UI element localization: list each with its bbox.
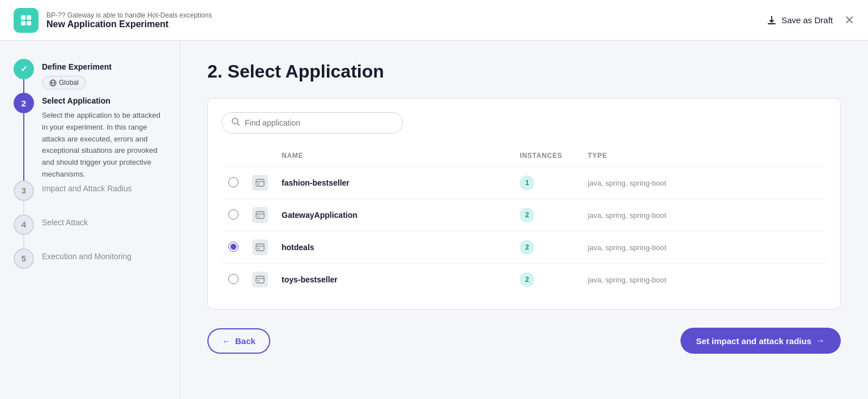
step-5-content: Execution and Monitoring xyxy=(42,248,166,269)
step-5-left: 5 xyxy=(14,248,34,269)
row-name: toys-bestseller xyxy=(282,275,338,284)
app-row-icon xyxy=(252,207,268,223)
app-icon xyxy=(14,8,39,33)
svg-rect-15 xyxy=(256,244,264,251)
step-2-description: Select the application to be attacked in… xyxy=(42,110,166,181)
save-draft-label: Save as Draft xyxy=(781,15,833,25)
step-2-number: 2 xyxy=(14,93,34,113)
header-subtitle: BP-?? Gateway is able to handle Hot-Deal… xyxy=(46,11,212,19)
step-5-number: 5 xyxy=(14,248,34,269)
page-title: 2. Select Application xyxy=(207,61,841,82)
back-button[interactable]: ← Back xyxy=(207,328,270,354)
global-badge: Global xyxy=(42,76,86,89)
next-label: Set impact and attack radius xyxy=(696,336,811,346)
table-row[interactable]: hotdeals2java, spring, spring-boot xyxy=(222,231,827,264)
svg-rect-11 xyxy=(258,183,259,185)
search-box[interactable] xyxy=(222,112,403,134)
row-radio-2[interactable] xyxy=(228,242,239,252)
row-name: fashion-bestseller xyxy=(282,178,350,187)
back-arrow-icon: ← xyxy=(222,336,231,346)
step-1-content: Define Experiment Global xyxy=(42,59,166,93)
step-3-number: 3 xyxy=(14,181,34,201)
svg-rect-0 xyxy=(21,15,25,20)
svg-rect-12 xyxy=(256,212,264,218)
table-row[interactable]: GatewayApplication2java, spring, spring-… xyxy=(222,199,827,231)
step-4-entry: 4 Select Attack xyxy=(14,214,166,248)
step-2-left: 2 xyxy=(14,93,34,181)
svg-rect-20 xyxy=(258,280,259,282)
step-1-entry: ✓ Define Experiment Global xyxy=(14,59,166,93)
step-4-line xyxy=(23,235,24,248)
step-3-label: Impact and Attack Radius xyxy=(42,184,166,193)
header-left: BP-?? Gateway is able to handle Hot-Deal… xyxy=(14,8,212,33)
row-type: java, spring, spring-boot xyxy=(588,276,666,284)
instance-badge: 2 xyxy=(520,208,534,222)
app-row-icon xyxy=(252,175,268,191)
svg-rect-18 xyxy=(256,276,264,283)
step-2-line xyxy=(23,113,24,181)
step-3-left: 3 xyxy=(14,181,34,214)
step-2-content: Select Application Select the applicatio… xyxy=(42,93,166,181)
table-header: NAME INSTANCES TYPE xyxy=(222,147,827,167)
row-radio-3[interactable] xyxy=(228,274,239,284)
step-1-line xyxy=(23,79,24,93)
row-type: java, spring, spring-boot xyxy=(588,243,666,252)
step-4-content: Select Attack xyxy=(42,214,166,248)
step-1-label: Define Experiment xyxy=(42,62,166,71)
step-1-left: ✓ xyxy=(14,59,34,93)
application-table: NAME INSTANCES TYPE fashion-bestseller1j… xyxy=(222,147,827,295)
svg-rect-17 xyxy=(258,248,259,250)
row-radio-0[interactable] xyxy=(228,177,239,187)
close-button[interactable]: ✕ xyxy=(844,14,854,27)
instance-badge: 2 xyxy=(520,240,534,255)
actions-bar: ← Back Set impact and attack radius → xyxy=(207,328,841,354)
svg-line-8 xyxy=(237,123,240,126)
step-4-left: 4 xyxy=(14,214,34,248)
steps-container: ✓ Define Experiment Global xyxy=(14,59,166,269)
svg-rect-14 xyxy=(258,216,259,217)
row-name: GatewayApplication xyxy=(282,211,358,220)
svg-rect-2 xyxy=(21,21,25,25)
col-name: NAME xyxy=(275,147,513,167)
header-right: Save as Draft ✕ xyxy=(767,14,854,27)
step-4-number: 4 xyxy=(14,214,34,235)
next-arrow-icon: → xyxy=(816,336,825,346)
close-icon: ✕ xyxy=(844,13,854,27)
table-row[interactable]: fashion-bestseller1java, spring, spring-… xyxy=(222,167,827,199)
search-icon xyxy=(231,117,240,128)
app-row-icon xyxy=(252,272,268,288)
step-3-content: Impact and Attack Radius xyxy=(42,181,166,214)
back-label: Back xyxy=(235,336,256,346)
row-name: hotdeals xyxy=(282,243,314,252)
search-input[interactable] xyxy=(245,118,393,127)
col-instances: INSTANCES xyxy=(513,147,581,167)
globe-icon xyxy=(49,79,57,87)
col-icon xyxy=(245,147,275,167)
col-select xyxy=(222,147,245,167)
svg-rect-3 xyxy=(27,21,31,25)
table-row[interactable]: toys-bestseller2java, spring, spring-boo… xyxy=(222,264,827,296)
header-title: New Application Experiment xyxy=(46,19,212,29)
main-content: 2. Select Application NAM xyxy=(180,41,868,399)
step-5-entry: 5 Execution and Monitoring xyxy=(14,248,166,269)
row-radio-1[interactable] xyxy=(228,209,239,220)
step-3-entry: 3 Impact and Attack Radius xyxy=(14,181,166,214)
row-type: java, spring, spring-boot xyxy=(588,179,666,187)
step-2-label: Select Application xyxy=(42,96,166,105)
step-4-label: Select Attack xyxy=(42,218,166,227)
app-row-icon xyxy=(252,239,268,255)
main-layout: ✓ Define Experiment Global xyxy=(0,41,868,399)
svg-rect-9 xyxy=(256,179,264,186)
app-header: BP-?? Gateway is able to handle Hot-Deal… xyxy=(0,0,868,41)
row-type: java, spring, spring-boot xyxy=(588,211,666,220)
table-body: fashion-bestseller1java, spring, spring-… xyxy=(222,167,827,296)
save-draft-button[interactable]: Save as Draft xyxy=(767,15,833,25)
global-label: Global xyxy=(59,79,79,87)
save-icon xyxy=(767,15,777,25)
step-2-entry: 2 Select Application Select the applicat… xyxy=(14,93,166,181)
next-button[interactable]: Set impact and attack radius → xyxy=(680,328,841,354)
header-title-block: BP-?? Gateway is able to handle Hot-Deal… xyxy=(46,11,212,29)
instance-badge: 1 xyxy=(520,175,534,190)
step-3-line xyxy=(23,201,24,214)
application-card: NAME INSTANCES TYPE fashion-bestseller1j… xyxy=(207,98,841,310)
